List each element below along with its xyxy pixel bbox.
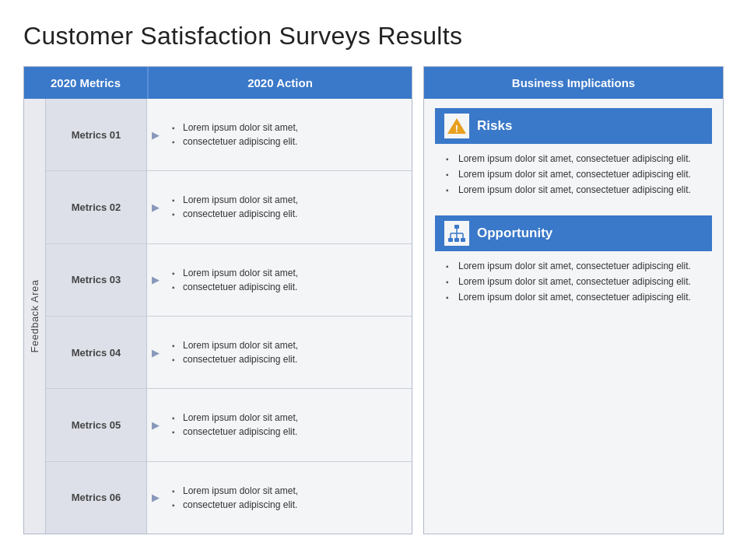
arrow-icon: ▶	[147, 129, 164, 141]
content-area: 2020 Metrics 2020 Action Feedback Area M…	[23, 66, 724, 534]
page: Customer Satisfaction Surveys Results 20…	[0, 0, 747, 560]
left-header: 2020 Metrics 2020 Action	[24, 67, 412, 99]
table-row: Metrics 03▶Lorem ipsum dolor sit amet,co…	[46, 244, 412, 317]
warning-icon: !	[447, 116, 467, 136]
table-row: Metrics 05▶Lorem ipsum dolor sit amet,co…	[46, 389, 412, 461]
arrow-icon: ▶	[147, 201, 164, 213]
metric-label: Metrics 02	[46, 171, 147, 243]
arrow-icon: ▶	[147, 419, 164, 431]
list-item: Lorem ipsum dolor sit amet, consectetuer…	[446, 275, 701, 289]
warning-icon-container: !	[444, 114, 469, 138]
opportunity-header: Opportunity	[435, 215, 712, 251]
metric-content: Lorem ipsum dolor sit amet,consectetuer …	[164, 334, 412, 371]
metric-label: Metrics 01	[46, 99, 147, 170]
col2-header: 2020 Action	[149, 67, 412, 99]
arrow-icon: ▶	[147, 347, 164, 359]
opportunity-title: Opportunity	[477, 226, 552, 241]
list-item: consectetuer adipiscing elit.	[172, 352, 404, 366]
metric-content: Lorem ipsum dolor sit amet,consectetuer …	[164, 479, 412, 516]
left-panel: 2020 Metrics 2020 Action Feedback Area M…	[23, 66, 412, 534]
list-item: Lorem ipsum dolor sit amet,	[172, 266, 404, 280]
list-item: Lorem ipsum dolor sit amet, consectetuer…	[446, 290, 701, 304]
list-item: consectetuer adipiscing elit.	[172, 280, 404, 294]
opportunity-icon	[447, 223, 467, 243]
metric-label: Metrics 03	[46, 244, 147, 316]
list-item: Lorem ipsum dolor sit amet,	[172, 193, 404, 207]
arrow-icon: ▶	[147, 492, 164, 503]
right-panel: Business Implications ! Risks	[423, 66, 724, 534]
metric-content: Lorem ipsum dolor sit amet,consectetuer …	[164, 261, 412, 299]
page-title: Customer Satisfaction Surveys Results	[23, 22, 724, 51]
risks-section: ! Risks Lorem ipsum dolor sit amet, cons…	[435, 108, 712, 203]
svg-text:!: !	[455, 123, 458, 135]
right-panel-header: Business Implications	[424, 67, 723, 99]
list-item: consectetuer adipiscing elit.	[172, 425, 404, 439]
arrow-icon: ▶	[147, 274, 164, 285]
rows-area: Metrics 01▶Lorem ipsum dolor sit amet,co…	[46, 99, 412, 534]
list-item: Lorem ipsum dolor sit amet,	[172, 411, 404, 425]
list-item: Lorem ipsum dolor sit amet, consectetuer…	[446, 183, 701, 197]
opportunity-list: Lorem ipsum dolor sit amet, consectetuer…	[446, 259, 701, 304]
feedback-label-wrapper: Feedback Area	[24, 99, 46, 534]
list-item: consectetuer adipiscing elit.	[172, 135, 404, 149]
feedback-label: Feedback Area	[29, 280, 40, 353]
metric-label: Metrics 05	[46, 389, 147, 460]
col1-header: 2020 Metrics	[24, 67, 149, 99]
metric-label: Metrics 06	[46, 462, 147, 534]
svg-rect-5	[461, 238, 465, 242]
metric-content: Lorem ipsum dolor sit amet,consectetuer …	[164, 116, 412, 153]
list-item: Lorem ipsum dolor sit amet,	[172, 484, 404, 498]
risks-title: Risks	[477, 118, 512, 134]
opportunity-section: Opportunity Lorem ipsum dolor sit amet, …	[435, 215, 712, 310]
list-item: Lorem ipsum dolor sit amet,	[172, 338, 404, 352]
list-item: consectetuer adipiscing elit.	[172, 207, 404, 221]
metric-label: Metrics 04	[46, 317, 147, 388]
opportunity-content: Lorem ipsum dolor sit amet, consectetuer…	[435, 251, 712, 310]
svg-rect-4	[454, 238, 459, 242]
svg-rect-2	[454, 225, 459, 229]
risks-list: Lorem ipsum dolor sit amet, consectetuer…	[446, 152, 701, 197]
metric-content: Lorem ipsum dolor sit amet,consectetuer …	[164, 188, 412, 226]
list-item: Lorem ipsum dolor sit amet,	[172, 121, 404, 135]
opportunity-icon-container	[444, 221, 469, 246]
list-item: Lorem ipsum dolor sit amet, consectetuer…	[446, 259, 701, 273]
list-item: consectetuer adipiscing elit.	[172, 498, 404, 512]
table-row: Metrics 04▶Lorem ipsum dolor sit amet,co…	[46, 317, 412, 389]
list-item: Lorem ipsum dolor sit amet, consectetuer…	[446, 152, 701, 166]
svg-rect-3	[448, 238, 453, 242]
table-row: Metrics 01▶Lorem ipsum dolor sit amet,co…	[46, 99, 412, 171]
risks-header: ! Risks	[435, 108, 712, 144]
risks-content: Lorem ipsum dolor sit amet, consectetuer…	[435, 144, 712, 203]
metric-content: Lorem ipsum dolor sit amet,consectetuer …	[164, 406, 412, 443]
list-item: Lorem ipsum dolor sit amet, consectetuer…	[446, 167, 701, 181]
right-body: ! Risks Lorem ipsum dolor sit amet, cons…	[424, 99, 723, 534]
table-row: Metrics 06▶Lorem ipsum dolor sit amet,co…	[46, 462, 412, 534]
left-body: Feedback Area Metrics 01▶Lorem ipsum dol…	[24, 99, 412, 534]
table-row: Metrics 02▶Lorem ipsum dolor sit amet,co…	[46, 171, 412, 243]
